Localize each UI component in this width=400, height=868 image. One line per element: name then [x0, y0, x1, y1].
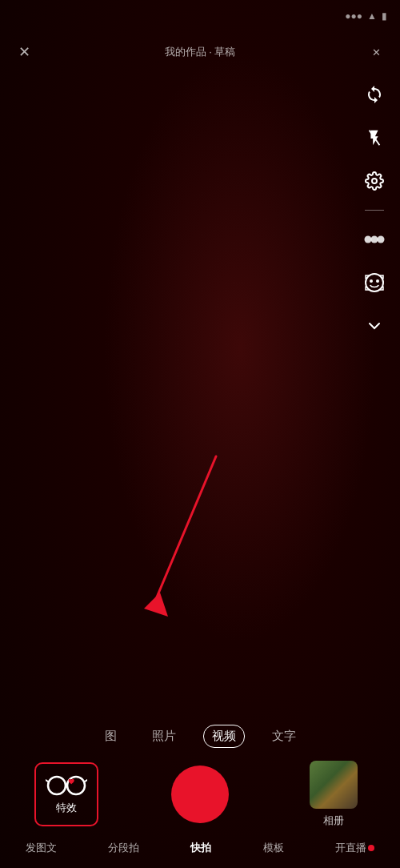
annotation-arrow [104, 448, 248, 641]
gallery-thumbnail[interactable] [310, 761, 358, 809]
svg-point-7 [376, 279, 379, 283]
expand-button[interactable] [360, 311, 389, 340]
svg-point-6 [370, 279, 373, 283]
nav-live[interactable]: 开直播 [335, 841, 374, 855]
bottom-section: 图 照片 视频 文字 特效 [0, 717, 400, 868]
effects-control: 特效 [0, 762, 134, 826]
nav-template[interactable]: 模板 [263, 841, 284, 855]
mode-tabs: 图 照片 视频 文字 [0, 717, 400, 754]
tab-video[interactable]: 视频 [203, 725, 245, 748]
svg-point-4 [378, 236, 385, 243]
flash-icon [366, 129, 383, 147]
svg-line-14 [85, 780, 87, 782]
signal-icon: ●●● [345, 10, 362, 22]
face-ar-button[interactable] [360, 268, 389, 297]
effects-glasses-icon [46, 774, 87, 798]
beauty-button[interactable] [360, 225, 389, 254]
gallery-label: 相册 [323, 814, 344, 828]
face-ar-icon [364, 272, 385, 293]
svg-point-1 [372, 179, 377, 183]
status-bar: ●●● ▲ ▮ [0, 0, 400, 32]
tab-photo[interactable]: 照片 [144, 725, 184, 747]
svg-point-10 [48, 777, 66, 794]
draft-title: 我的作品 · 草稿 [38, 45, 362, 59]
live-label: 开直播 [335, 841, 366, 855]
beauty-icon [364, 232, 385, 247]
flip-camera-button[interactable] [360, 80, 389, 109]
right-icons-panel [360, 80, 389, 340]
effects-label: 特效 [56, 801, 77, 815]
gallery-preview [310, 761, 358, 809]
top-bar: ✕ 我的作品 · 草稿 ✕ [0, 32, 400, 72]
live-dot-icon [368, 845, 374, 851]
shutter-button[interactable] [171, 766, 229, 823]
dismiss-button[interactable]: ✕ [362, 38, 390, 66]
main-controls: 特效 相册 [0, 754, 400, 836]
rotate-icon [365, 85, 384, 104]
dismiss-icon: ✕ [372, 46, 381, 58]
nav-segment-record[interactable]: 分段拍 [108, 841, 139, 855]
close-button[interactable]: ✕ [10, 38, 38, 66]
nav-quick-shoot[interactable]: 快拍 [190, 841, 211, 855]
tab-image[interactable]: 图 [97, 725, 125, 747]
settings-button[interactable] [360, 167, 389, 195]
nav-post-image[interactable]: 发图文 [26, 841, 57, 855]
effects-button[interactable]: 特效 [34, 762, 98, 826]
shutter-control [134, 766, 267, 823]
close-icon: ✕ [18, 43, 30, 61]
battery-icon: ▮ [382, 10, 387, 22]
svg-point-2 [365, 236, 372, 243]
status-icons: ●●● ▲ ▮ [345, 10, 387, 22]
chevron-down-icon [366, 317, 383, 335]
svg-line-13 [46, 780, 48, 782]
flash-button[interactable] [360, 123, 389, 152]
bottom-nav: 发图文 分段拍 快拍 模板 开直播 [0, 836, 400, 868]
wifi-icon: ▲ [367, 10, 377, 22]
svg-rect-5 [366, 274, 383, 291]
icon-divider [365, 210, 384, 211]
svg-line-8 [152, 456, 216, 609]
svg-point-3 [371, 236, 378, 243]
tab-text[interactable]: 文字 [264, 725, 304, 747]
gallery-control: 相册 [266, 761, 400, 828]
gear-icon [365, 171, 384, 191]
